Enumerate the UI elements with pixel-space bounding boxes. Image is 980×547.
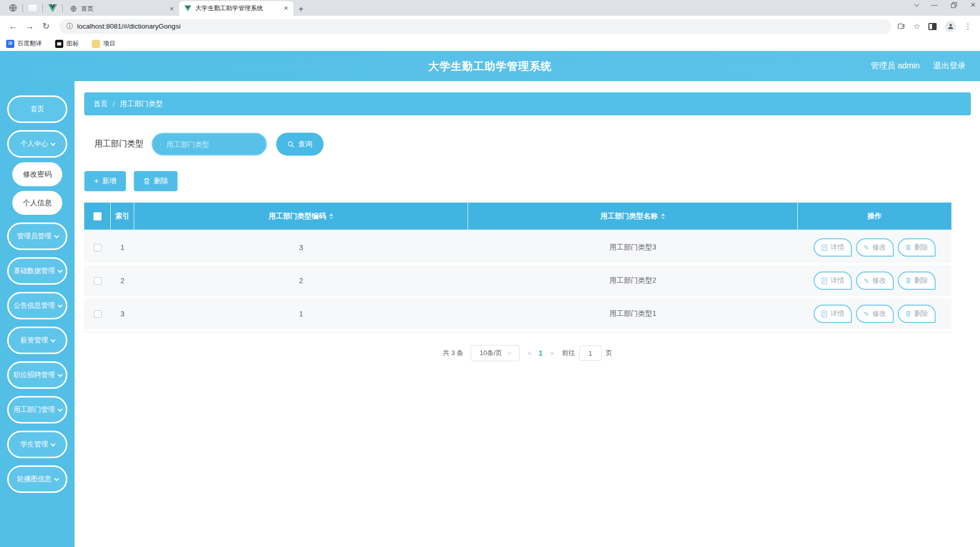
page-size-value: 10条/页: [480, 349, 502, 358]
chevron-down-icon: [507, 350, 511, 354]
edit-button[interactable]: ✎ 修改: [856, 305, 894, 323]
breadcrumb-separator: /: [113, 100, 115, 108]
site-info-icon[interactable]: ⓘ: [66, 22, 73, 31]
table-header-index: 索引: [111, 203, 134, 230]
cell-code: 3: [134, 243, 468, 252]
bookmark-project[interactable]: 项目: [92, 39, 115, 48]
current-page-number[interactable]: 1: [536, 349, 545, 357]
translate-icon: 译: [6, 40, 14, 48]
url-text[interactable]: localhost:8081/#/dictionaryGongsi: [77, 22, 181, 30]
reload-button[interactable]: ↻: [39, 21, 53, 32]
edit-button[interactable]: ✎ 修改: [856, 271, 894, 290]
bookmark-label: 项目: [103, 39, 115, 48]
chevron-down-icon: [57, 372, 62, 377]
bookmark-icons[interactable]: 图标: [55, 39, 79, 48]
sidebar-item-personal-info[interactable]: 个人信息: [12, 191, 62, 215]
table-header-code: 用工部门类型编码: [134, 203, 468, 230]
tab-separator: [62, 4, 63, 12]
add-button[interactable]: + 新增: [84, 171, 126, 191]
profile-avatar[interactable]: [945, 21, 956, 32]
forward-button[interactable]: →: [22, 21, 37, 32]
window-controls: — ✕: [914, 1, 976, 9]
detail-button[interactable]: 详情: [814, 271, 852, 290]
table-header-actions: 操作: [798, 203, 951, 230]
row-checkbox[interactable]: [94, 244, 102, 252]
prev-page-button[interactable]: <: [527, 350, 533, 357]
kebab-menu-icon[interactable]: ⋮: [964, 22, 972, 31]
row-checkbox[interactable]: [94, 277, 102, 285]
new-tab-button[interactable]: +: [299, 5, 303, 14]
side-panel-icon[interactable]: [928, 23, 937, 30]
blank-tab-icon[interactable]: [25, 2, 40, 15]
sidebar-item-base-data-mgmt[interactable]: 基础数据管理: [7, 257, 67, 285]
detail-button[interactable]: 详情: [814, 238, 852, 257]
sort-icon[interactable]: [329, 213, 333, 219]
close-window-button[interactable]: ✕: [970, 1, 976, 9]
share-icon[interactable]: [897, 23, 905, 30]
sidebar-item-home[interactable]: 首页: [7, 95, 67, 123]
detail-button[interactable]: 详情: [814, 305, 852, 323]
tab-home[interactable]: 首页 ✕: [65, 2, 179, 16]
row-delete-button-label: 删除: [914, 276, 928, 285]
sidebar-item-label: 个人中心: [20, 139, 48, 148]
image-icon: [55, 40, 63, 48]
tab-label: 大学生勤工助学管理系统: [195, 4, 280, 13]
bookmark-baidu-translate[interactable]: 译 百度翻译: [6, 39, 42, 48]
column-header-label: 用工部门类型编码: [269, 212, 326, 221]
url-bar[interactable]: ⓘ localhost:8081/#/dictionaryGongsi: [59, 19, 891, 34]
cell-name: 用工部门类型2: [468, 276, 798, 285]
sidebar-item-salary-mgmt[interactable]: 薪资管理: [7, 327, 67, 354]
sidebar-item-student-mgmt[interactable]: 学生管理: [7, 431, 67, 458]
page-size-select[interactable]: 10条/页: [471, 345, 520, 361]
row-delete-button[interactable]: 删除: [898, 238, 936, 257]
chevron-down-icon: [57, 268, 62, 273]
row-delete-button[interactable]: 删除: [898, 271, 936, 290]
detail-button-label: 详情: [830, 309, 844, 318]
tab-close-icon[interactable]: ✕: [169, 6, 174, 12]
sidebar-item-admin-mgmt[interactable]: 管理员管理: [7, 222, 67, 250]
tab-active[interactable]: 大学生勤工助学管理系统 ✕: [179, 1, 293, 16]
chevron-down-icon: [57, 407, 62, 412]
sidebar-item-employ-dept-mgmt[interactable]: 用工部门管理: [7, 396, 67, 424]
sidebar-item-personal-center[interactable]: 个人中心: [7, 130, 67, 158]
sidebar-item-job-recruit-mgmt[interactable]: 职位招聘管理: [7, 361, 67, 389]
table-bottom-border: [84, 332, 951, 332]
sidebar-item-change-password[interactable]: 修改密码: [12, 162, 62, 186]
pinned-tabs: [0, 0, 65, 16]
select-all-checkbox[interactable]: [93, 212, 102, 220]
sort-icon[interactable]: [661, 213, 665, 219]
minimize-button[interactable]: —: [931, 1, 938, 9]
back-button[interactable]: ←: [6, 21, 20, 32]
tab-search-chevron-icon[interactable]: [914, 2, 919, 7]
search-input[interactable]: [166, 140, 259, 148]
breadcrumb-home[interactable]: 首页: [93, 100, 108, 109]
globe-icon[interactable]: [5, 2, 20, 15]
trash-icon: [143, 178, 150, 185]
globe-icon: [70, 5, 77, 12]
row-delete-button[interactable]: 删除: [898, 305, 936, 323]
sidebar-item-label: 个人信息: [23, 198, 52, 208]
restore-button[interactable]: [951, 2, 957, 8]
pencil-icon: ✎: [864, 244, 869, 252]
data-table: 索引 用工部门类型编码 用工部门类型名称 操作 1 3 用工: [84, 203, 951, 332]
bookmarks-bar: 译 百度翻译 图标 项目: [0, 37, 980, 51]
table-row: 2 2 用工部门类型2 详情 ✎ 修改: [84, 265, 951, 296]
main-content: 首页 / 用工部门类型 用工部门类型 查询 + 新增: [75, 81, 980, 547]
logout-button[interactable]: 退出登录: [933, 61, 966, 71]
tab-close-icon[interactable]: ✕: [284, 5, 288, 12]
row-checkbox[interactable]: [94, 310, 102, 318]
edit-button[interactable]: ✎ 修改: [856, 238, 894, 257]
cell-index: 1: [111, 243, 134, 252]
sidebar-item-label: 用工部门管理: [14, 405, 55, 414]
sidebar-item-label: 修改密码: [23, 170, 52, 179]
query-button[interactable]: 查询: [276, 133, 324, 156]
sidebar-nav: 首页 个人中心 修改密码 个人信息 管理员管理 基础数据管理 公告信息管理 薪资…: [0, 81, 75, 547]
vue-icon[interactable]: [45, 2, 60, 15]
next-page-button[interactable]: >: [549, 350, 555, 357]
goto-page-input[interactable]: [579, 345, 602, 361]
sidebar-item-notice-mgmt[interactable]: 公告信息管理: [7, 292, 67, 319]
delete-button[interactable]: 删除: [134, 171, 178, 191]
bookmark-star-icon[interactable]: ☆: [914, 22, 920, 31]
sidebar-item-carousel-info[interactable]: 轮播图信息: [7, 465, 67, 493]
sidebar-item-label: 学生管理: [20, 440, 48, 449]
